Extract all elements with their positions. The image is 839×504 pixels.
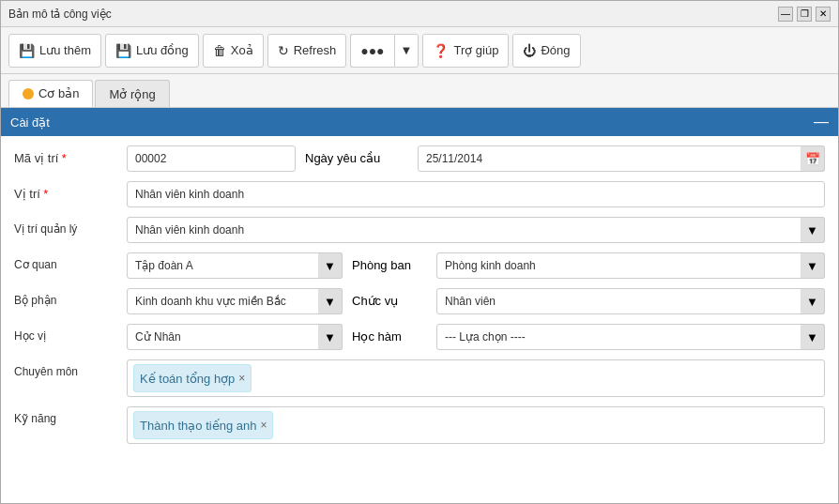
row-bo-phan: Bộ phận Kinh doanh khu vực miền Bắc ▼ Ch…: [14, 288, 825, 314]
ma-vi-tri-control: [127, 145, 296, 172]
chuc-vu-select-wrapper: Nhân viên ▼: [436, 288, 825, 314]
ngay-yeu-cau-group: Ngày yêu cầu 📅: [305, 145, 825, 172]
ky-nang-tag-input[interactable]: Thành thạo tiếng anh ×: [127, 406, 825, 444]
chuyen-mon-tag-close[interactable]: ×: [238, 372, 245, 385]
save-add-icon: 💾: [19, 43, 35, 58]
row-vi-tri: Vị trí *: [14, 181, 825, 207]
bo-phan-select[interactable]: Kinh doanh khu vực miền Bắc: [127, 288, 343, 314]
save-icon: 💾: [115, 43, 131, 58]
chuc-vu-control: Nhân viên ▼: [436, 288, 825, 314]
vi-tri-input[interactable]: [127, 181, 825, 207]
vi-tri-quan-ly-select[interactable]: Nhân viên kinh doanh: [127, 217, 825, 243]
chuyen-mon-tag-input[interactable]: Kế toán tổng hợp ×: [127, 359, 825, 397]
hoc-vi-select[interactable]: Cử Nhân: [127, 324, 343, 350]
ma-vi-tri-input[interactable]: [127, 145, 296, 172]
hoc-vi-control: Cử Nhân ▼: [127, 324, 343, 350]
hoc-ham-select-wrapper: --- Lựa chọn ---- ▼: [436, 324, 825, 350]
tab-basic-label: Cơ bản: [38, 86, 79, 100]
tab-extended[interactable]: Mở rộng: [95, 80, 169, 107]
co-quan-select-wrapper: Tập đoàn A ▼: [127, 252, 343, 279]
save-add-label: Lưu thêm: [39, 43, 91, 57]
more-button-group: ●●● ▼: [350, 34, 419, 68]
row-ma-vi-tri: Mã vị trí * Ngày yêu cầu 📅: [14, 145, 825, 172]
ngay-yeu-cau-input[interactable]: [418, 145, 825, 172]
required-indicator-2: *: [43, 187, 48, 201]
hoc-ham-group: Học hàm --- Lựa chọn ---- ▼: [352, 324, 825, 350]
more-arrow-button[interactable]: ▼: [394, 34, 420, 68]
delete-button[interactable]: 🗑 Xoả: [203, 34, 264, 68]
content-area: Cài đặt — Mã vị trí * Ngày yêu cầu: [1, 108, 838, 503]
refresh-icon: ↻: [278, 43, 289, 58]
row-chuyen-mon: Chuyên môn Kế toán tổng hợp ×: [14, 359, 825, 397]
phong-ban-label: Phòng ban: [352, 252, 427, 272]
section-title: Cài đặt: [10, 115, 50, 130]
phong-ban-control: Phòng kinh doanh ▼: [436, 252, 825, 279]
co-quan-select[interactable]: Tập đoàn A: [127, 252, 343, 279]
chuc-vu-select[interactable]: Nhân viên: [436, 288, 825, 314]
ky-nang-tag: Thành thạo tiếng anh ×: [133, 411, 273, 439]
chevron-down-icon: ▼: [401, 43, 413, 57]
row-ky-nang: Kỹ năng Thành thạo tiếng anh ×: [14, 406, 825, 444]
ngay-yeu-cau-control: 📅: [418, 145, 825, 172]
form-body: Mã vị trí * Ngày yêu cầu 📅: [1, 136, 838, 463]
delete-icon: 🗑: [213, 43, 226, 58]
vi-tri-control: [127, 181, 825, 207]
chuyen-mon-label: Chuyên môn: [14, 359, 117, 378]
bo-phan-select-wrapper: Kinh doanh khu vực miền Bắc ▼: [127, 288, 343, 314]
tab-bar: Cơ bản Mở rộng: [1, 74, 838, 108]
close-button[interactable]: ✕: [816, 7, 831, 22]
close-toolbar-label: Đóng: [541, 43, 570, 57]
ky-nang-control: Thành thạo tiếng anh ×: [127, 406, 825, 444]
hoc-ham-label: Học hàm: [352, 324, 427, 344]
window-title: Bản mô tả công việc: [8, 8, 112, 21]
refresh-button[interactable]: ↻ Refresh: [267, 34, 347, 68]
help-button[interactable]: ❓ Trợ giúp: [422, 34, 509, 68]
tab-extended-label: Mở rộng: [109, 87, 155, 101]
tab-basic[interactable]: Cơ bản: [8, 80, 93, 107]
title-bar: Bản mô tả công việc — ❐ ✕: [1, 1, 838, 27]
refresh-label: Refresh: [294, 43, 337, 57]
more-button[interactable]: ●●●: [350, 34, 393, 68]
chuc-vu-label: Chức vụ: [352, 288, 427, 308]
hoc-ham-select[interactable]: --- Lựa chọn ----: [436, 324, 825, 350]
help-label: Trợ giúp: [453, 43, 498, 57]
bo-phan-control: Kinh doanh khu vực miền Bắc ▼: [127, 288, 343, 314]
phong-ban-select[interactable]: Phòng kinh doanh: [436, 252, 825, 279]
save-add-button[interactable]: 💾 Lưu thêm: [8, 34, 101, 68]
main-window: Bản mô tả công việc — ❐ ✕ 💾 Lưu thêm 💾 L…: [0, 0, 839, 504]
collapse-button[interactable]: —: [814, 114, 829, 130]
hoc-vi-select-wrapper: Cử Nhân ▼: [127, 324, 343, 350]
co-quan-label: Cơ quan: [14, 252, 117, 271]
more-icon: ●●●: [360, 43, 384, 58]
vi-tri-quan-ly-select-wrapper: Nhân viên kinh doanh ▼: [127, 217, 825, 243]
ngay-yeu-cau-label: Ngày yêu cầu: [305, 145, 408, 165]
vi-tri-label: Vị trí *: [14, 181, 117, 201]
vi-tri-quan-ly-control: Nhân viên kinh doanh ▼: [127, 217, 825, 243]
close-toolbar-button[interactable]: ⏻ Đóng: [512, 34, 580, 68]
row-vi-tri-quan-ly: Vị trí quản lý Nhân viên kinh doanh ▼: [14, 217, 825, 243]
tab-basic-icon: [23, 88, 34, 99]
row-hoc-vi: Học vị Cử Nhân ▼ Học hàm --- Lựa c: [14, 324, 825, 350]
minimize-button[interactable]: —: [778, 7, 793, 22]
window-controls: — ❐ ✕: [778, 7, 831, 22]
chuyen-mon-control: Kế toán tổng hợp ×: [127, 359, 825, 397]
delete-label: Xoả: [231, 43, 253, 57]
save-label: Lưu đồng: [136, 43, 189, 57]
date-wrapper: 📅: [418, 145, 825, 172]
restore-button[interactable]: ❐: [797, 7, 812, 22]
chuc-vu-group: Chức vụ Nhân viên ▼: [352, 288, 825, 314]
vi-tri-quan-ly-label: Vị trí quản lý: [14, 217, 117, 236]
co-quan-control: Tập đoàn A ▼: [127, 252, 343, 279]
toolbar: 💾 Lưu thêm 💾 Lưu đồng 🗑 Xoả ↻ Refresh ●●…: [1, 27, 838, 74]
hoc-vi-label: Học vị: [14, 324, 117, 343]
save-button[interactable]: 💾 Lưu đồng: [105, 34, 199, 68]
ky-nang-tag-close[interactable]: ×: [260, 419, 267, 432]
calendar-button[interactable]: 📅: [801, 145, 825, 172]
power-icon: ⏻: [523, 43, 536, 58]
phong-ban-select-wrapper: Phòng kinh doanh ▼: [436, 252, 825, 279]
hoc-ham-control: --- Lựa chọn ---- ▼: [436, 324, 825, 350]
row-co-quan: Cơ quan Tập đoàn A ▼ Phòng ban Phò: [14, 252, 825, 279]
section-header: Cài đặt —: [1, 108, 838, 136]
ma-vi-tri-label: Mã vị trí *: [14, 145, 117, 165]
phong-ban-group: Phòng ban Phòng kinh doanh ▼: [352, 252, 825, 279]
